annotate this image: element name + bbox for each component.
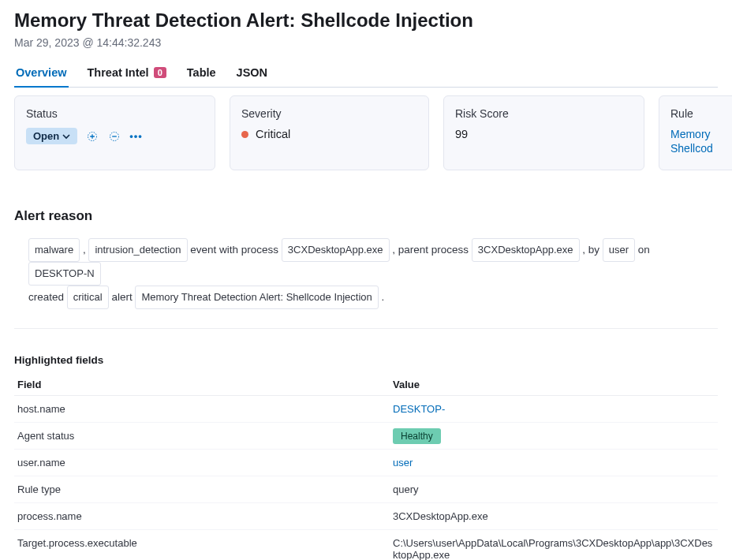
more-actions-icon[interactable]: •••	[129, 130, 143, 142]
table-row: Rule type query	[14, 476, 718, 503]
rule-link-line1: Memory	[670, 128, 711, 140]
reason-text: alert	[109, 291, 136, 303]
table-row: Agent status Healthy	[14, 423, 718, 450]
reason-text: , by	[580, 244, 603, 256]
alert-reason-body: malware , intrusion_detection event with…	[14, 238, 718, 329]
chip-critical[interactable]: critical	[67, 286, 109, 309]
user-name-link[interactable]: user	[390, 450, 718, 476]
summary-risk-card: Risk Score 99	[443, 95, 644, 170]
reason-text: .	[379, 291, 385, 303]
rule-link-line2: Shellcod	[670, 142, 713, 155]
chip-intrusion[interactable]: intrusion_detection	[88, 238, 187, 262]
highlighted-fields-table: Field Value host.name DESKTOP- Agent sta…	[14, 374, 718, 560]
reason-text: created	[28, 291, 67, 303]
tab-threat-intel-label: Threat Intel	[88, 66, 149, 79]
chip-malware[interactable]: malware	[28, 238, 80, 262]
reason-text: on	[635, 244, 650, 256]
field-value: query	[390, 476, 718, 503]
field-name: Rule type	[14, 476, 390, 503]
chip-process[interactable]: 3CXDesktopApp.exe	[282, 238, 390, 262]
tab-json[interactable]: JSON	[235, 60, 270, 87]
field-name: Target.process.executable	[14, 530, 390, 561]
rule-label: Rule	[670, 107, 732, 120]
field-name: host.name	[14, 396, 390, 423]
severity-value: Critical	[256, 128, 290, 140]
add-icon[interactable]	[85, 129, 99, 144]
chip-parent-process[interactable]: 3CXDesktopApp.exe	[472, 238, 580, 262]
severity-label: Severity	[241, 107, 417, 120]
status-label: Status	[26, 107, 204, 120]
field-value: 3CXDesktopApp.exe	[390, 503, 718, 530]
status-dropdown[interactable]: Open	[26, 128, 77, 144]
field-name: process.name	[14, 503, 390, 530]
table-row: host.name DESKTOP-	[14, 396, 718, 423]
field-name: Agent status	[14, 423, 390, 450]
severity-dot-icon	[241, 131, 248, 138]
table-row: process.name 3CXDesktopApp.exe	[14, 503, 718, 530]
risk-value: 99	[455, 128, 633, 140]
th-field: Field	[14, 374, 390, 396]
risk-label: Risk Score	[455, 107, 633, 120]
table-row: Target.process.executable C:\Users\user\…	[14, 530, 718, 561]
alert-timestamp: Mar 29, 2023 @ 14:44:32.243	[14, 36, 718, 49]
rule-link[interactable]: Memory Shellcod	[670, 128, 732, 155]
highlighted-fields-title: Highlighted fields	[14, 354, 718, 366]
summary-status-card: Status Open •••	[14, 95, 215, 170]
alert-reason-title: Alert reason	[14, 208, 718, 224]
status-value: Open	[33, 130, 59, 142]
chip-rule-name[interactable]: Memory Threat Detection Alert: Shellcode…	[135, 286, 378, 309]
chip-user[interactable]: user	[603, 238, 635, 262]
th-value: Value	[390, 374, 718, 396]
tab-table[interactable]: Table	[185, 60, 218, 87]
reason-text: event with process	[188, 244, 282, 256]
page-title: Memory Threat Detection Alert: Shellcode…	[14, 9, 718, 32]
tabs: Overview Threat Intel 0 Table JSON	[14, 60, 718, 88]
remove-icon[interactable]	[107, 129, 121, 144]
chevron-down-icon	[62, 133, 70, 140]
chip-host[interactable]: DESKTOP-N	[28, 262, 101, 286]
tab-overview[interactable]: Overview	[14, 60, 69, 87]
summary-severity-card: Severity Critical	[230, 95, 429, 170]
threat-intel-count-badge: 0	[154, 67, 166, 78]
summary-rule-card: Rule Memory Shellcod	[659, 95, 732, 170]
reason-text: , parent process	[390, 244, 472, 256]
host-name-link[interactable]: DESKTOP-	[390, 396, 718, 423]
field-value: C:\Users\user\AppData\Local\Programs\3CX…	[390, 530, 718, 561]
table-row: user.name user	[14, 450, 718, 476]
agent-status-badge: Healthy	[393, 428, 441, 444]
summary-row: Status Open ••• Severity Critical Risk S…	[14, 95, 718, 170]
field-name: user.name	[14, 450, 390, 476]
tab-threat-intel[interactable]: Threat Intel 0	[86, 60, 168, 87]
